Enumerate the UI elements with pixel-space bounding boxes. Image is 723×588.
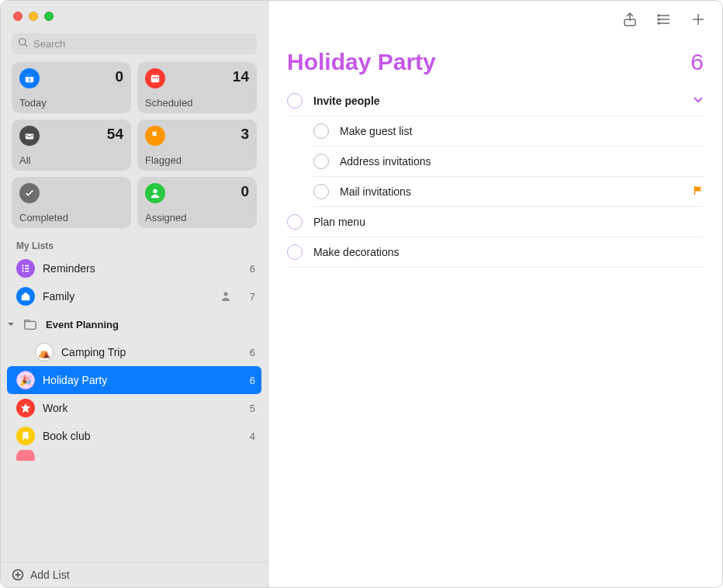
sidebar-item-reminders[interactable]: Reminders 6: [1, 254, 268, 282]
task-row[interactable]: Invite people: [287, 86, 704, 116]
zoom-window-button[interactable]: [44, 12, 54, 21]
sidebar-group-event-planning[interactable]: Event Planning: [1, 310, 268, 338]
task-list: Invite people Make guest list Address in…: [268, 81, 722, 272]
task-row[interactable]: Make guest list: [313, 116, 704, 147]
app-window: 3 0 Today 14 Scheduled: [0, 0, 723, 588]
close-window-button[interactable]: [13, 12, 22, 21]
svg-text:3: 3: [28, 77, 31, 82]
svg-rect-5: [154, 77, 156, 78]
view-options-button[interactable]: [656, 11, 673, 28]
smart-count: 0: [240, 183, 249, 200]
svg-point-20: [658, 22, 659, 24]
list-header: Holiday Party 6: [268, 38, 722, 81]
expand-subtasks-button[interactable]: [693, 95, 704, 108]
sidebar-item-book-club[interactable]: Book club 4: [1, 422, 268, 450]
task-title: Invite people: [313, 95, 682, 107]
flag-icon: [145, 126, 165, 146]
sidebar-item-label: Reminders: [43, 262, 235, 275]
window-controls: [1, 1, 268, 29]
toolbar: [268, 1, 722, 38]
sidebar-item-holiday-party[interactable]: 🎉 Holiday Party 6: [7, 366, 261, 394]
calendar-today-icon: 3: [19, 68, 40, 88]
sidebar-item-label: Camping Trip: [61, 346, 235, 358]
smart-card-assigned[interactable]: 0 Assigned: [137, 177, 257, 228]
task-checkbox[interactable]: [313, 123, 329, 139]
main-panel: Holiday Party 6 Invite people Make guest…: [268, 1, 722, 587]
tent-icon: ⛺: [35, 343, 54, 361]
sidebar-item-count: 7: [243, 291, 255, 303]
svg-rect-15: [25, 321, 36, 329]
add-reminder-button[interactable]: [690, 11, 707, 28]
smart-label: Flagged: [145, 154, 249, 166]
subtask-group: Make guest list Address invitations Mail…: [313, 116, 704, 207]
chevron-down-icon: [7, 320, 15, 328]
svg-point-19: [658, 19, 659, 20]
checkmark-icon: [19, 183, 40, 203]
search-icon: [18, 37, 29, 50]
list-total-count: 6: [690, 49, 704, 75]
minimize-window-button[interactable]: [29, 12, 38, 21]
smart-card-today[interactable]: 3 0 Today: [12, 62, 131, 113]
plus-circle-icon: [12, 569, 24, 581]
sidebar-item-family[interactable]: Family 7: [1, 282, 268, 310]
smart-card-completed[interactable]: Completed: [12, 177, 131, 228]
sidebar-item-label: Work: [43, 402, 235, 414]
task-checkbox[interactable]: [287, 214, 303, 230]
smart-card-scheduled[interactable]: 14 Scheduled: [137, 62, 257, 113]
folder-icon: [21, 315, 40, 334]
sidebar-item-label: Book club: [43, 430, 235, 442]
smart-label: Today: [19, 97, 123, 109]
party-icon: 🎉: [16, 371, 35, 389]
sidebar-item-count: 6: [243, 375, 255, 386]
search-field-wrapper[interactable]: [12, 33, 257, 54]
sidebar: 3 0 Today 14 Scheduled: [1, 1, 268, 587]
sidebar-item-label: Holiday Party: [43, 374, 235, 386]
svg-rect-3: [151, 75, 160, 83]
calendar-icon: [145, 68, 165, 88]
smart-card-all[interactable]: 54 All: [12, 119, 131, 171]
tray-icon: [19, 126, 40, 146]
smart-count: 3: [240, 126, 249, 143]
svg-rect-4: [153, 77, 154, 78]
smart-label: Completed: [19, 212, 123, 223]
shared-icon: [220, 290, 232, 303]
task-checkbox[interactable]: [313, 154, 329, 169]
svg-point-14: [224, 292, 228, 296]
svg-rect-6: [157, 77, 158, 78]
svg-point-10: [22, 270, 23, 272]
search-input[interactable]: [33, 38, 251, 50]
task-row[interactable]: Address invitations: [313, 147, 704, 177]
task-row[interactable]: Plan menu: [287, 207, 704, 237]
smart-count: 0: [115, 68, 123, 85]
task-checkbox[interactable]: [287, 244, 303, 260]
sidebar-group-label: Event Planning: [46, 319, 119, 330]
list-rows: Reminders 6 Family 7 Event Planning ⛺: [1, 254, 268, 562]
sidebar-item-count: 6: [243, 263, 255, 275]
smart-count: 14: [233, 68, 249, 85]
sidebar-item-work[interactable]: Work 5: [1, 394, 268, 422]
svg-rect-13: [25, 271, 29, 272]
star-icon: [16, 399, 35, 417]
task-row[interactable]: Make decorations: [287, 237, 704, 268]
sidebar-item-partial[interactable]: [1, 450, 268, 461]
sidebar-item-count: 6: [243, 347, 255, 358]
task-checkbox[interactable]: [287, 93, 303, 109]
share-button[interactable]: [621, 11, 638, 28]
house-icon: [16, 287, 35, 306]
task-checkbox[interactable]: [313, 184, 329, 199]
sidebar-item-label: Family: [43, 290, 212, 303]
task-title: Make decorations: [313, 246, 704, 258]
task-row[interactable]: Mail invitations: [313, 177, 704, 207]
add-list-button[interactable]: Add List: [1, 562, 268, 587]
bookmark-icon: [16, 427, 35, 445]
add-list-label: Add List: [30, 569, 70, 581]
smart-list-grid: 3 0 Today 14 Scheduled: [1, 62, 268, 236]
flag-icon: [692, 185, 704, 199]
sidebar-item-camping-trip[interactable]: ⛺ Camping Trip 6: [1, 338, 268, 366]
smart-label: All: [19, 154, 123, 166]
svg-point-18: [658, 15, 659, 16]
smart-card-flagged[interactable]: 3 Flagged: [137, 119, 257, 171]
task-title: Plan menu: [313, 216, 704, 228]
list-bullet-icon: [16, 259, 35, 278]
section-heading-mylists: My Lists: [1, 236, 268, 254]
